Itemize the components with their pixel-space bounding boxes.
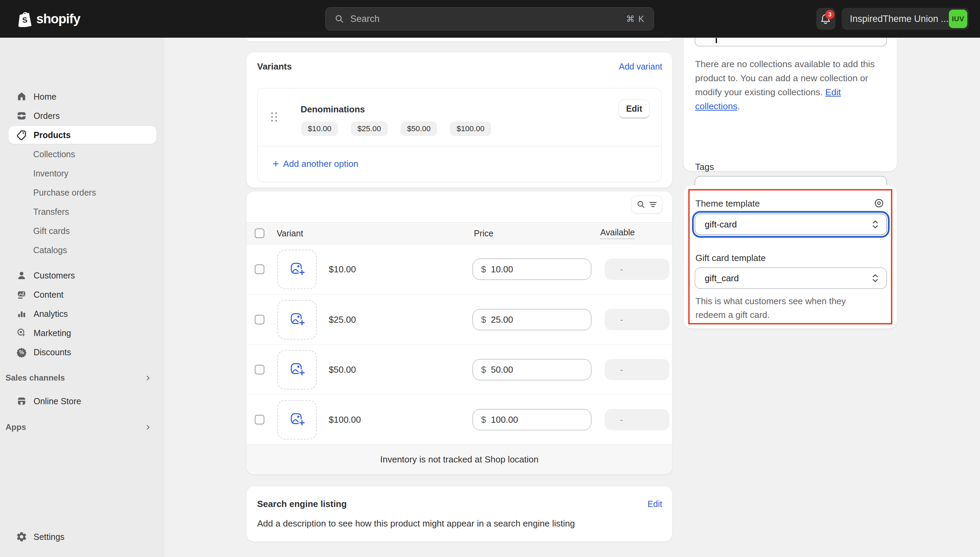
theme-template-label: Theme template xyxy=(696,198,760,209)
sidebar-item-purchase-orders[interactable]: Purchase orders xyxy=(8,184,156,202)
table-row: $10.00 $ - xyxy=(247,244,672,294)
select-all-checkbox[interactable] xyxy=(255,228,264,238)
option-values: $10.00 $25.00 $50.00 $100.00 xyxy=(301,122,491,136)
tags-label: Tags xyxy=(695,162,714,172)
option-name: Denominations xyxy=(301,104,365,115)
add-variant-link[interactable]: Add variant xyxy=(619,62,662,72)
variant-image-placeholder[interactable] xyxy=(277,400,317,440)
available-value: - xyxy=(620,414,623,425)
sidebar-item-label: Analytics xyxy=(34,309,68,319)
column-header-price[interactable]: Price xyxy=(473,228,592,238)
theme-template-card: Theme template gift-card Gift card templ… xyxy=(684,185,897,329)
search-filter-button[interactable] xyxy=(631,195,663,213)
sidebar-item-products[interactable]: Products xyxy=(8,126,156,144)
edit-option-button[interactable]: Edit xyxy=(618,100,650,119)
shopify-bag-icon: S xyxy=(18,11,32,27)
available-quantity: - xyxy=(605,409,670,430)
variant-label: $10.00 xyxy=(329,264,356,275)
sidebar-item-label: Settings xyxy=(34,532,64,542)
theme-template-value: gift-card xyxy=(705,219,737,230)
available-value: - xyxy=(620,264,623,275)
sidebar-item-label: Discounts xyxy=(34,347,71,357)
variant-image-placeholder[interactable] xyxy=(277,350,317,389)
row-checkbox[interactable] xyxy=(255,264,264,274)
available-value: - xyxy=(620,314,623,325)
svg-text:%: % xyxy=(19,349,24,355)
column-header-available[interactable]: Available xyxy=(600,228,635,239)
sidebar-section-apps[interactable]: Apps xyxy=(5,422,154,432)
currency-prefix: $ xyxy=(481,414,486,425)
price-field[interactable] xyxy=(491,264,573,275)
table-toolbar xyxy=(247,192,672,222)
plus-icon: + xyxy=(273,158,279,169)
sidebar-item-home[interactable]: Home xyxy=(8,88,156,106)
row-checkbox[interactable] xyxy=(255,415,264,424)
gift-card-template-label: Gift card template xyxy=(696,253,765,264)
search-shortcut: ⌘ K xyxy=(626,14,645,24)
sidebar-item-orders[interactable]: Orders xyxy=(8,107,156,125)
sidebar-item-settings[interactable]: Settings xyxy=(8,528,156,546)
preview-eye-icon[interactable] xyxy=(873,198,884,208)
seo-edit-link[interactable]: Edit xyxy=(647,499,662,509)
theme-template-select[interactable]: gift-card xyxy=(695,214,887,235)
add-image-icon xyxy=(289,362,305,378)
option-value-chip: $25.00 xyxy=(351,122,388,136)
orders-icon xyxy=(16,110,28,122)
add-another-option-button[interactable]: + Add another option xyxy=(273,158,358,169)
sidebar-item-collections[interactable]: Collections xyxy=(8,145,156,163)
home-icon xyxy=(16,91,28,103)
sidebar-item-customers[interactable]: Customers xyxy=(8,267,156,284)
sidebar-item-catalogs[interactable]: Catalogs xyxy=(8,241,156,259)
price-field[interactable] xyxy=(491,314,573,325)
drag-handle[interactable] xyxy=(271,112,279,123)
gift-card-template-select[interactable]: gift_card xyxy=(695,267,887,289)
sidebar-item-analytics[interactable]: Analytics xyxy=(8,305,156,323)
inventory-note-text: Inventory is not tracked at Shop locatio… xyxy=(380,454,539,465)
search-placeholder: Search xyxy=(350,14,620,24)
variant-image-placeholder[interactable] xyxy=(277,250,317,289)
price-input[interactable]: $ xyxy=(473,409,592,430)
sidebar-item-label: Collections xyxy=(33,149,75,159)
account-menu-button[interactable]: InspiredTheme Union ... IUV xyxy=(842,8,969,30)
sidebar-item-inventory[interactable]: Inventory xyxy=(8,164,156,182)
currency-prefix: $ xyxy=(481,314,486,325)
column-header-variant[interactable]: Variant xyxy=(273,228,473,238)
sidebar-item-marketing[interactable]: Marketing xyxy=(8,324,156,342)
collections-note-text: There are no collections available to ad… xyxy=(695,59,874,97)
shopify-logo[interactable]: S shopify xyxy=(18,0,80,37)
collections-input-partial[interactable] xyxy=(695,37,887,46)
sidebar-item-label: Products xyxy=(34,130,70,140)
available-value: - xyxy=(620,365,623,375)
price-input[interactable]: $ xyxy=(473,309,592,330)
sidebar-item-online-store[interactable]: Online Store xyxy=(8,392,156,410)
price-field[interactable] xyxy=(491,365,573,375)
global-search-input[interactable]: Search ⌘ K xyxy=(325,7,654,31)
tag-icon xyxy=(16,129,28,141)
variant-image-placeholder[interactable] xyxy=(277,300,317,339)
sidebar-section-sales-channels[interactable]: Sales channels xyxy=(5,373,154,383)
sidebar-item-label: Gift cards xyxy=(33,226,70,236)
avatar: IUV xyxy=(949,10,967,28)
sidebar-item-discounts[interactable]: % Discounts xyxy=(8,343,156,361)
previous-card-bottom-edge xyxy=(247,37,672,42)
content-icon xyxy=(16,289,28,300)
marketing-icon xyxy=(16,327,28,339)
customers-icon xyxy=(16,270,28,281)
variants-table-card: Variant Price Available $10.00 xyxy=(247,192,672,474)
search-engine-listing-card: Search engine listing Edit Add a descrip… xyxy=(247,487,672,542)
option-value-chip: $10.00 xyxy=(301,122,338,136)
sidebar-item-gift-cards[interactable]: Gift cards xyxy=(8,222,156,240)
row-checkbox[interactable] xyxy=(255,365,264,375)
price-input[interactable]: $ xyxy=(473,359,592,380)
sidebar-item-label: Purchase orders xyxy=(33,188,96,198)
notifications-button[interactable]: 3 xyxy=(816,8,835,30)
price-field[interactable] xyxy=(491,414,573,425)
chevron-right-icon xyxy=(146,375,151,381)
price-input[interactable]: $ xyxy=(473,259,592,280)
gear-icon xyxy=(16,531,28,542)
row-checkbox[interactable] xyxy=(255,315,264,324)
sidebar-item-content[interactable]: Content xyxy=(8,286,156,303)
search-icon xyxy=(637,200,645,209)
sidebar-item-transfers[interactable]: Transfers xyxy=(8,203,156,221)
variants-title: Variants xyxy=(257,61,292,72)
